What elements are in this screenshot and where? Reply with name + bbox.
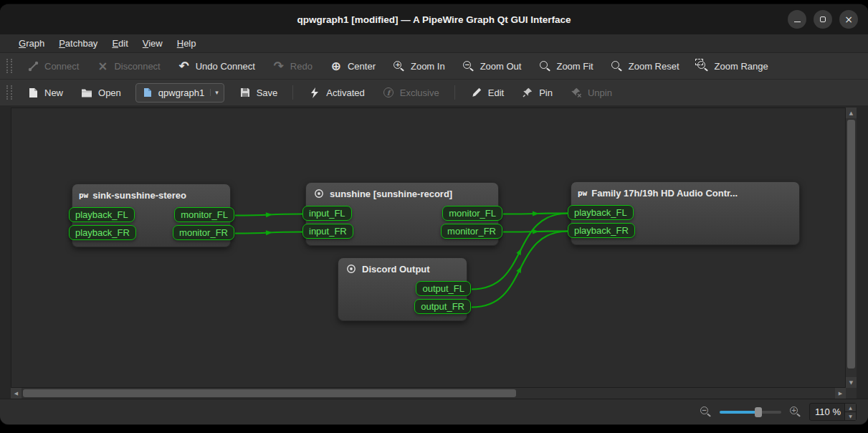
graph-canvas[interactable]: pw sink-sunshine-stereo playback_FL moni… — [11, 108, 846, 388]
connect-label: Connect — [44, 61, 79, 72]
activated-button[interactable]: Activated — [300, 82, 373, 103]
zoom-slider[interactable] — [720, 406, 781, 418]
zoom-range-icon — [697, 60, 710, 72]
menu-graph[interactable]: Graph — [11, 36, 52, 51]
scroll-down-icon: ▼ — [849, 380, 853, 386]
port-monitor-fl[interactable]: monitor_FL — [442, 206, 502, 221]
menu-patchbay[interactable]: Patchbay — [52, 36, 105, 51]
toolbar-patchbay: New Open qpwgraph1 ▾ Save Ac — [0, 80, 868, 106]
zoom-reset-icon — [611, 60, 624, 72]
undo-connect-button[interactable]: ↶ Undo Connect — [169, 56, 264, 76]
menu-help[interactable]: Help — [170, 36, 204, 51]
port-input-fl[interactable]: input_FL — [302, 206, 352, 221]
patchbay-file-icon — [141, 86, 154, 99]
slider-track — [720, 411, 781, 414]
central-area: pw sink-sunshine-stereo playback_FL moni… — [0, 106, 868, 399]
center-label: Center — [348, 61, 376, 72]
scrollbar-corner — [846, 388, 857, 399]
new-button[interactable]: New — [18, 82, 72, 103]
port-output-fr[interactable]: output_FR — [414, 299, 471, 314]
port-monitor-fr[interactable]: monitor_FR — [173, 225, 234, 240]
scroll-left-button[interactable]: ◀ — [11, 388, 22, 399]
toolbar-drag-handle[interactable] — [6, 59, 12, 73]
disconnect-button[interactable]: × Disconnect — [87, 56, 168, 76]
port-playback-fl[interactable]: playback_FL — [69, 207, 135, 222]
save-icon — [239, 86, 252, 99]
exclusive-button[interactable]: f Exclusive — [373, 82, 448, 103]
zoom-fit-button[interactable]: Zoom Fit — [530, 56, 601, 76]
zoom-out-button[interactable]: − Zoom Out — [454, 56, 530, 76]
node-sink-sunshine-stereo[interactable]: pw sink-sunshine-stereo playback_FL moni… — [72, 184, 231, 247]
node-title-text: Family 17h/19h HD Audio Contr... — [591, 188, 738, 199]
maximize-button[interactable] — [814, 10, 832, 29]
zoom-range-button[interactable]: Zoom Range — [688, 56, 777, 76]
vertical-scroll-track[interactable] — [846, 118, 857, 377]
horizontal-scroll-track[interactable] — [22, 388, 835, 399]
pipewire-icon: pw — [578, 189, 587, 198]
node-family-hd-audio[interactable]: pw Family 17h/19h HD Audio Contr... play… — [571, 181, 800, 245]
port-playback-fl[interactable]: playback_FL — [568, 205, 634, 220]
open-button[interactable]: Open — [72, 82, 130, 103]
activated-label: Activated — [326, 87, 364, 98]
slider-handle[interactable] — [755, 407, 762, 417]
node-header: sunshine [sunshine-record] — [306, 183, 498, 204]
vertical-scroll-thumb[interactable] — [847, 120, 855, 368]
disconnect-label: Disconnect — [114, 61, 160, 72]
zoom-spin-down-button[interactable]: ▼ — [845, 411, 856, 420]
redo-label: Redo — [290, 61, 313, 72]
pin-button[interactable]: Pin — [512, 82, 561, 103]
redo-icon: ↷ — [272, 60, 285, 72]
toolbar-drag-handle-2[interactable] — [6, 85, 12, 100]
scroll-down-button[interactable]: ▼ — [846, 377, 857, 388]
maximize-icon — [820, 16, 826, 22]
node-sunshine[interactable]: sunshine [sunshine-record] input_FL moni… — [305, 182, 499, 246]
ports: playback_FL monitor_FL playback_FR monit… — [72, 206, 230, 247]
node-discord-output[interactable]: Discord Output output_FL output_FR — [338, 257, 467, 321]
unpin-button[interactable]: Unpin — [561, 82, 621, 103]
vertical-scrollbar[interactable]: ▲ ▼ — [846, 108, 857, 388]
port-monitor-fr[interactable]: monitor_FR — [441, 224, 502, 239]
port-playback-fr[interactable]: playback_FR — [69, 225, 136, 240]
unpin-icon — [570, 86, 583, 99]
save-button[interactable]: Save — [230, 82, 287, 103]
open-label: Open — [98, 87, 121, 98]
center-button[interactable]: ⊕ Center — [321, 56, 384, 76]
menu-edit[interactable]: Edit — [105, 36, 135, 51]
zoom-out-icon[interactable]: − — [700, 406, 711, 417]
minimize-button[interactable] — [788, 10, 806, 29]
node-title-text: sink-sunshine-stereo — [92, 190, 186, 201]
undo-connect-label: Undo Connect — [196, 61, 255, 72]
zoom-reset-button[interactable]: Zoom Reset — [602, 56, 688, 76]
statusbar: − + 110 % ▲ ▼ — [0, 399, 868, 424]
zoom-in-icon[interactable]: + — [790, 406, 801, 417]
scroll-right-button[interactable]: ▶ — [835, 388, 846, 399]
horizontal-scrollbar[interactable]: ◀ ▶ — [11, 388, 846, 399]
toolbar-graph: Connect × Disconnect ↶ Undo Connect ↷ Re… — [0, 53, 868, 80]
zoom-spin-up-button[interactable]: ▲ — [845, 404, 856, 411]
redo-button[interactable]: ↷ Redo — [264, 56, 321, 76]
node-header: Discord Output — [338, 258, 467, 280]
connect-icon — [27, 60, 39, 72]
stream-icon — [345, 262, 358, 275]
horizontal-scroll-thumb[interactable] — [23, 389, 516, 397]
edit-label: Edit — [488, 87, 504, 98]
scroll-up-button[interactable]: ▲ — [846, 108, 857, 118]
new-file-icon — [27, 86, 39, 99]
port-output-fl[interactable]: output_FL — [416, 281, 471, 296]
zoom-in-button[interactable]: + Zoom In — [384, 56, 454, 76]
connect-button[interactable]: Connect — [18, 56, 87, 76]
ports: playback_FL playback_FR — [571, 204, 799, 244]
edit-button[interactable]: Edit — [462, 82, 512, 103]
port-playback-fr[interactable]: playback_FR — [568, 223, 635, 238]
titlebar[interactable]: qpwgraph1 [modified] — A PipeWire Graph … — [0, 4, 868, 34]
new-label: New — [44, 87, 63, 98]
exclusive-label: Exclusive — [400, 87, 439, 98]
zoom-spinbox[interactable]: 110 % ▲ ▼ — [809, 403, 857, 421]
menu-view[interactable]: View — [135, 36, 170, 51]
close-button[interactable]: × — [839, 10, 858, 29]
zoom-fit-icon — [538, 60, 551, 72]
port-input-fr[interactable]: input_FR — [302, 224, 353, 239]
zoom-in-label: Zoom In — [411, 61, 445, 72]
patchbay-combobox[interactable]: qpwgraph1 ▾ — [135, 83, 224, 103]
port-monitor-fl[interactable]: monitor_FL — [174, 207, 234, 222]
